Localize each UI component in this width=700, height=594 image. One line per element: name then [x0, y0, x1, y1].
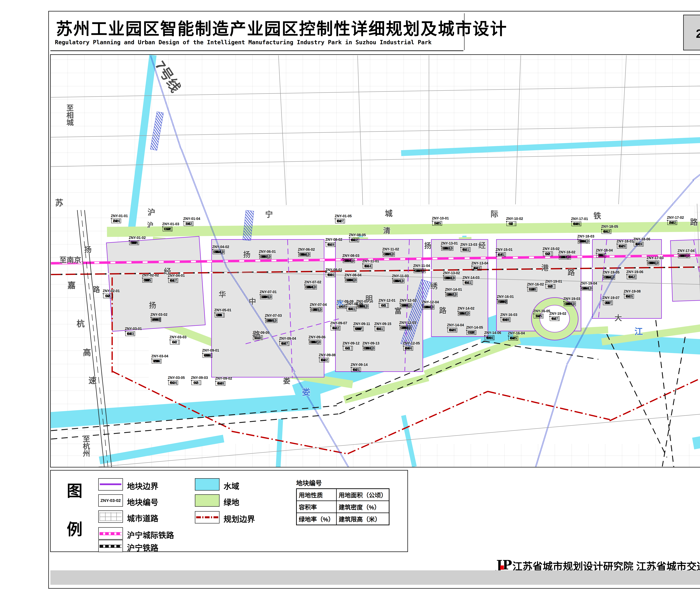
parcel-indicator-table: M3.160.8-2.0402530 [298, 252, 299, 253]
plan-boundary-swatch-mark [196, 516, 218, 518]
parcel-box-ZNY-19-04: ZNY-19-04M1.690.8-2.0402530 [580, 281, 598, 286]
parcel-cell: 24 [497, 299, 507, 304]
parcel-key-table: 地块编号 用地性质用地面积（公顷）容积率建筑密度（%）绿地率（%）建筑限高（米） [296, 478, 380, 525]
parcel-indicator-table: M2.20.8-3.0402530 [310, 307, 311, 308]
parcel-id: ZNY-13-01 [441, 241, 459, 245]
parcel-cell: 12 [467, 330, 476, 335]
map-label-沪: 沪 [147, 220, 153, 229]
parcel-indicator-table: M1.610.8-2.0402530 [445, 292, 446, 293]
parcel-id: ZNY-09-04 [279, 336, 297, 340]
parcel-id: ZNY-09-07 [330, 321, 348, 325]
parcel-cell: - [168, 381, 178, 385]
parcel-cell: 50 [152, 359, 162, 363]
parcel-cell: 30 [400, 325, 410, 330]
parcel-cell: 30 [596, 253, 606, 258]
parcel-box-ZNY-10-01: ZNY-10-01G21.45--90- [432, 216, 450, 221]
parcel-indicator-table: G10.21--90- [463, 280, 464, 281]
parcel-id: ZNY-01-02 [129, 236, 147, 240]
parcel-id: ZNY-06-01 [259, 250, 277, 254]
parcel-indicator-table: G10.86--90- [484, 335, 485, 336]
parcel-id: ZNY-18-02 [559, 250, 576, 254]
parcel-id: ZNY-09-13 [362, 341, 380, 345]
parcel-id: ZNY-09-02 [215, 376, 233, 381]
parcel-cell: 30 [559, 255, 569, 260]
legend-label-parcel-boundary: 地块边界 [127, 480, 158, 491]
parcel-box-ZNY-03-05: ZNY-03-05G20.04--90- [168, 376, 186, 380]
page-title: 苏州工业园区智能制造产业园区控制性详细规划及城市设计 [56, 15, 507, 39]
parcel-box-ZNY-10-02: ZNY-10-02G21--90- [506, 217, 524, 221]
parcel-id: ZNY-08-04 [345, 273, 362, 277]
parcel-cell: 30 [564, 301, 574, 306]
parcel-block [670, 237, 700, 302]
map-label-清: 清 [383, 225, 390, 235]
parcel-indicator-table: G10.14--90- [362, 263, 363, 264]
parcel-id: ZNY-10-01 [432, 216, 450, 220]
parcel-cell: 12 [528, 287, 537, 292]
parcel-id: ZNY-01-01 [111, 214, 129, 218]
parcel-cell: 24 [142, 278, 152, 283]
legend-swatch-plan-boundary [195, 511, 220, 524]
parcel-indicator-table: M0.750.8-2.0402530 [356, 304, 357, 304]
parcel-indicator-table: M1.140.8-2.0402530 [343, 258, 343, 259]
parcel-indicator-table: A20.37150-12 [603, 300, 603, 301]
parcel-cell: - [216, 381, 225, 386]
parcel-id: ZNY-08-03 [343, 254, 360, 258]
parcel-box-ZNY-17-02: ZNY-17-02G22.12--90- [667, 216, 685, 220]
parcel-id: ZNY-07-02 [305, 280, 322, 284]
parcel-box-ZNY-13-01: ZNY-13-01M1.820.8-3.0402530 [441, 241, 459, 245]
parcel-cell: - [191, 381, 201, 385]
parcel-indicator-table: S410.38---12 [527, 287, 528, 288]
parcel-key-cell: 建筑密度（%） [337, 501, 389, 513]
legend-label-plan-boundary: 规划边界 [224, 513, 255, 524]
parcel-cell: - [326, 272, 336, 277]
parcel-indicator-table: B1B21.542502024 [497, 299, 498, 300]
parcel-cell: - [501, 318, 511, 322]
parcel-indicator-table: G10.1--90- [343, 345, 343, 346]
parcel-indicator-table: G20.67--90- [279, 341, 280, 342]
parcel-id: ZNY-14-05 [466, 325, 484, 329]
parcel-cell: - [472, 266, 482, 270]
parcel-box-ZNY-04-02: ZNY-04-02M8.140.8-2.0402530 [212, 245, 230, 249]
parcel-id: ZNY-19-08 [624, 289, 642, 293]
parcel-box-ZNY-07-02: ZNY-07-02M1.540.8-3.0402530 [305, 280, 322, 285]
parcel-box-ZNY-02-02: ZNY-02-02B125.552502024 [142, 273, 160, 277]
parcel-box-ZNY-01-03: ZNY-01-03U120.02---12 [162, 222, 180, 226]
parcel-indicator-table: G21.05--90- [533, 314, 534, 314]
parcel-cell: - [349, 238, 359, 242]
parcel-id: ZNY-05-01 [214, 308, 232, 312]
parcel-box-ZNY-16-03: ZNY-16-03G20.68--90- [500, 313, 518, 317]
parcel-id: ZNY-09-08 [319, 353, 337, 357]
parcel-key-cell: 用地性质 [296, 489, 337, 501]
parcel-indicator-table: M1.820.8-3.0402530 [441, 245, 442, 246]
parcel-cell: - [463, 280, 473, 285]
parcel-indicator-table: M2.170.8-3.0402530 [413, 268, 414, 269]
parcel-indicator-table: G20.28--90- [447, 327, 448, 328]
parcel-indicator-table: U141.180.4302050 [151, 358, 152, 359]
parcel-id: ZNY-16-03 [500, 313, 518, 317]
parcel-indicator-table: G10.2--90- [169, 339, 170, 340]
parcel-cell: - [335, 219, 345, 223]
parcel-cell: - [634, 242, 644, 246]
parcel-box-ZNY-14-06: ZNY-14-06G10.86--90- [484, 331, 502, 335]
parcel-box-ZNY-11-04: ZNY-11-04M2.170.8-3.0402530 [413, 264, 431, 268]
parcel-indicator-table: M1.930.8-2.0402530 [400, 303, 401, 304]
parcel-box-ZNY-17-04: ZNY-17-04M3.870.8-2.0402530 [678, 249, 696, 253]
parcel-id: ZNY-19-06 [626, 270, 644, 274]
parcel-indicator-table: M3.310.8-2.0402530 [259, 254, 260, 255]
parcel-cell: 30 [414, 268, 423, 273]
parcel-box-ZNY-09-11: ZNY-09-11U120.670.4302024 [353, 322, 371, 326]
parcel-cell: - [627, 274, 637, 279]
map-label-路: 路 [93, 284, 100, 294]
parcel-id: ZNY-09-14 [351, 363, 369, 367]
parcel-id: ZNY-13-02 [443, 271, 461, 275]
parcel-id: ZNY-12-02 [400, 298, 417, 302]
parcel-box-ZNY-09-03: ZNY-09-03G20.5--90- [191, 376, 209, 380]
map-label-华: 华 [219, 289, 226, 299]
map-label-高: 高 [83, 346, 91, 358]
parcel-id: ZNY-14-03 [463, 275, 480, 279]
parcel-indicator-table: M2.750.8-3.0402530 [382, 252, 383, 252]
parcel-id: ZNY-08-01 [325, 268, 343, 272]
parcel-id: ZNY-03-04 [151, 354, 169, 358]
parcel-indicator-table: G22.14--90- [111, 218, 112, 219]
parcel-id: ZNY-19-07 [603, 296, 621, 300]
